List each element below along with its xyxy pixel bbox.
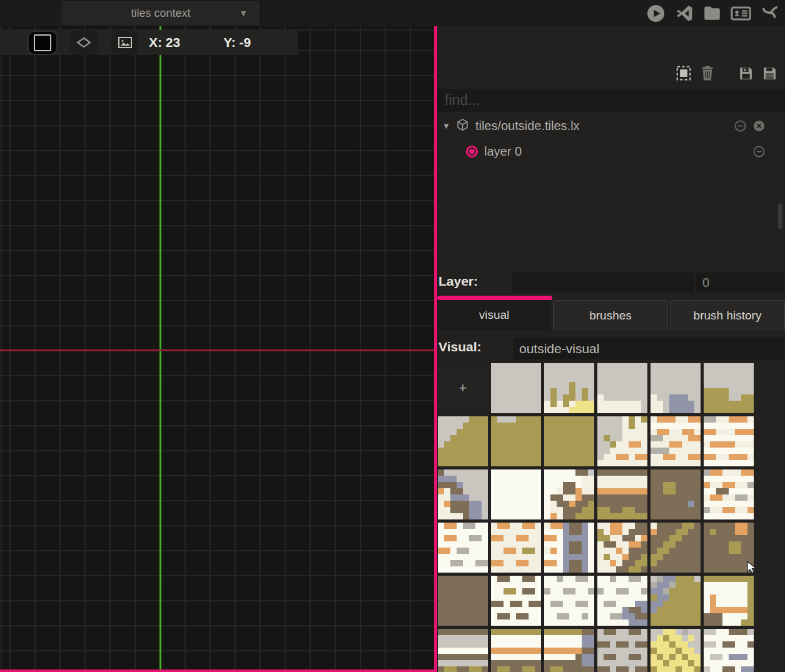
trash-icon[interactable] — [700, 65, 715, 84]
active-tab-underline — [437, 296, 552, 300]
contact-card-icon[interactable] — [731, 4, 751, 23]
context-dropdown-label: tiles context — [131, 7, 190, 20]
diamond-icon — [76, 36, 92, 49]
hook-icon[interactable] — [760, 4, 779, 23]
tile-swatch[interactable] — [544, 363, 594, 413]
top-bar: tiles context ▼ — [0, 0, 785, 26]
tile-swatch[interactable] — [597, 523, 647, 573]
tile-swatch[interactable] — [651, 363, 701, 413]
marquee-select-icon[interactable] — [676, 65, 692, 84]
folder-icon[interactable] — [702, 4, 722, 23]
visual-section-label: Visual: — [438, 339, 481, 354]
tree-row-root[interactable]: ▼ tiles/outside.tiles.lx — [437, 113, 785, 139]
tab-visual[interactable]: visual — [437, 300, 551, 330]
save-icon[interactable] — [738, 66, 754, 84]
tile-swatch[interactable] — [491, 523, 541, 573]
tile-swatch[interactable] — [704, 629, 754, 672]
vscode-icon[interactable] — [674, 4, 694, 23]
tile-swatch[interactable] — [597, 469, 647, 519]
visual-name-input[interactable] — [513, 338, 784, 359]
tile-swatch[interactable] — [651, 469, 701, 519]
tree-root-label: tiles/outside.tiles.lx — [475, 119, 580, 133]
tile-swatch[interactable] — [651, 629, 701, 672]
tile-editor-app: tiles context ▼ — [0, 0, 785, 672]
tile-swatch[interactable] — [491, 629, 541, 672]
tile-swatch[interactable] — [704, 416, 754, 466]
tile-swatch[interactable] — [597, 363, 647, 413]
tab-brush-history[interactable]: brush history — [670, 300, 785, 330]
add-tile-button[interactable]: + — [438, 363, 488, 413]
diamond-tool-button[interactable] — [69, 31, 98, 55]
chevron-down-icon: ▼ — [239, 9, 248, 18]
tree-layer-label: layer 0 — [484, 144, 522, 159]
canvas-toolbar: X: 23 Y: -9 — [0, 30, 298, 55]
tile-swatch[interactable] — [438, 416, 488, 466]
cube-icon — [456, 118, 469, 134]
tile-swatch[interactable] — [597, 416, 647, 466]
x-axis-line — [0, 349, 434, 351]
tile-swatch[interactable] — [704, 363, 754, 413]
layer-section: Layer: — [437, 272, 785, 294]
layer-name-input[interactable] — [512, 273, 694, 293]
tile-swatch[interactable] — [491, 576, 541, 626]
right-panel: ▼ tiles/outside.tiles.lx layer 0 — [437, 26, 785, 672]
topbar-icon-group — [646, 4, 779, 23]
tree-scrollbar[interactable] — [778, 204, 782, 229]
tab-bar: visual brushes brush history — [437, 300, 785, 330]
tile-swatch[interactable] — [491, 469, 541, 519]
tile-swatch[interactable] — [651, 523, 701, 573]
context-dropdown[interactable]: tiles context ▼ — [61, 0, 261, 26]
collapse-circle-icon[interactable] — [734, 120, 746, 134]
tile-swatch[interactable] — [438, 629, 488, 672]
tile-swatch[interactable] — [704, 469, 754, 519]
tile-swatch[interactable] — [544, 416, 594, 466]
play-icon[interactable] — [646, 4, 666, 23]
tile-swatch[interactable] — [597, 629, 647, 672]
find-input[interactable] — [437, 89, 785, 112]
tile-swatch[interactable] — [704, 523, 754, 573]
visual-section: Visual: — [437, 338, 785, 360]
rect-select-tool-button[interactable] — [28, 31, 58, 55]
tile-swatch[interactable] — [491, 363, 541, 413]
close-circle-icon[interactable] — [753, 120, 765, 134]
layer-active-radio[interactable] — [466, 146, 478, 158]
canvas-boundary-line — [0, 669, 434, 672]
tile-grid: + — [438, 363, 785, 672]
tile-swatch[interactable] — [438, 523, 488, 573]
tile-swatch[interactable] — [651, 416, 701, 466]
tile-swatch[interactable] — [544, 629, 594, 672]
tile-swatch[interactable] — [651, 576, 701, 626]
layer-section-label: Layer: — [438, 274, 478, 289]
tile-swatch[interactable] — [544, 523, 594, 573]
tab-brushes[interactable]: brushes — [553, 300, 668, 330]
tile-swatch[interactable] — [597, 576, 647, 626]
tile-swatch[interactable] — [704, 576, 754, 626]
tile-swatch[interactable] — [438, 469, 488, 519]
resource-tree: ▼ tiles/outside.tiles.lx layer 0 — [437, 113, 785, 164]
image-tool-button[interactable] — [111, 31, 138, 55]
tile-swatch[interactable] — [438, 576, 488, 626]
collapse-circle-icon[interactable] — [753, 146, 765, 160]
layer-index-input[interactable] — [696, 273, 784, 293]
rectangle-icon — [34, 34, 51, 51]
tile-swatch[interactable] — [491, 416, 541, 466]
image-icon — [118, 36, 133, 49]
tree-row-layer0[interactable]: layer 0 — [437, 139, 785, 164]
tile-swatch[interactable] — [544, 469, 594, 519]
tile-swatch[interactable] — [544, 576, 594, 626]
tree-expand-icon[interactable]: ▼ — [442, 121, 450, 131]
cursor-y-coordinate: Y: -9 — [223, 35, 251, 50]
save-as-icon[interactable] — [762, 66, 777, 84]
cursor-x-coordinate: X: 23 — [149, 35, 180, 50]
panel-toolbar — [667, 65, 777, 84]
map-canvas[interactable]: X: 23 Y: -9 — [0, 26, 434, 672]
